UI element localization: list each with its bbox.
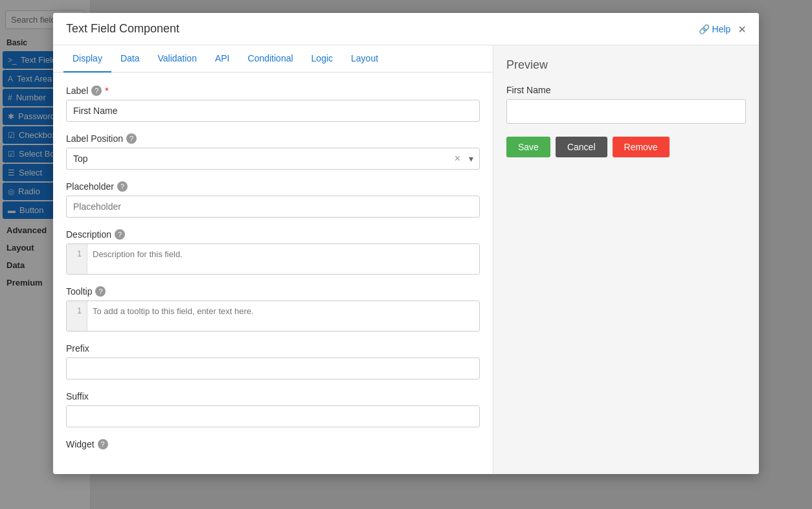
preview-field-label: First Name: [506, 85, 746, 95]
save-button[interactable]: Save: [506, 137, 550, 157]
widget-info-icon[interactable]: ?: [98, 439, 108, 449]
suffix-label: Suffix: [66, 391, 480, 402]
suffix-form-group: Suffix: [66, 391, 480, 427]
select-arrow-icon[interactable]: ▾: [469, 153, 473, 164]
tab-layout[interactable]: Layout: [342, 45, 387, 73]
label-position-form-group: Label Position ? × ▾: [66, 133, 480, 170]
close-button[interactable]: ×: [738, 23, 746, 36]
label-position-info-icon[interactable]: ?: [126, 133, 137, 144]
tooltip-textarea-wrapper: 1: [66, 300, 480, 332]
prefix-label: Prefix: [66, 343, 480, 354]
help-link[interactable]: 🔗 Help: [699, 24, 731, 34]
widget-form-group: Widget ?: [66, 439, 480, 449]
tab-validation[interactable]: Validation: [148, 45, 205, 73]
label-position-select-wrapper: × ▾: [66, 148, 480, 170]
help-icon: 🔗: [699, 24, 710, 34]
tab-display[interactable]: Display: [63, 45, 111, 73]
description-textarea[interactable]: [87, 244, 479, 274]
modal-overlay: Text Field Component 🔗 Help × Display Da…: [0, 0, 812, 509]
preview-field-input: [506, 99, 746, 124]
right-panel: Preview First Name Save Cancel Remove: [493, 45, 759, 474]
label-field-label: Label ? *: [66, 85, 480, 96]
label-position-input[interactable]: [66, 148, 480, 170]
tab-bar: Display Data Validation API Conditional …: [53, 45, 493, 73]
tab-logic[interactable]: Logic: [302, 45, 342, 73]
modal-header-actions: 🔗 Help ×: [699, 23, 746, 36]
suffix-input[interactable]: [66, 405, 480, 427]
label-position-text: Label Position: [66, 133, 123, 144]
label-form-group: Label ? *: [66, 85, 480, 122]
modal-header: Text Field Component 🔗 Help ×: [53, 13, 759, 45]
widget-label: Widget ?: [66, 439, 480, 449]
description-line-num: 1: [67, 244, 87, 274]
placeholder-form-group: Placeholder ?: [66, 181, 480, 218]
tooltip-text: Tooltip: [66, 286, 92, 297]
preview-title: Preview: [506, 58, 746, 72]
description-info-icon[interactable]: ?: [115, 229, 125, 240]
placeholder-text: Placeholder: [66, 181, 114, 192]
placeholder-info-icon[interactable]: ?: [117, 181, 128, 192]
left-panel: Display Data Validation API Conditional …: [53, 45, 493, 474]
placeholder-label: Placeholder ?: [66, 181, 480, 192]
form-content: Label ? * Label Position ?: [53, 73, 493, 474]
label-info-icon[interactable]: ?: [91, 85, 102, 96]
modal-title: Text Field Component: [66, 22, 179, 36]
description-textarea-wrapper: 1: [66, 243, 480, 275]
prefix-form-group: Prefix: [66, 343, 480, 379]
select-clear-icon[interactable]: ×: [455, 153, 460, 164]
tooltip-info-icon[interactable]: ?: [95, 286, 106, 297]
tooltip-textarea[interactable]: [87, 301, 479, 331]
prefix-input[interactable]: [66, 357, 480, 379]
tab-data[interactable]: Data: [111, 45, 149, 73]
description-form-group: Description ? 1: [66, 229, 480, 275]
prefix-text: Prefix: [66, 343, 89, 354]
modal-body: Display Data Validation API Conditional …: [53, 45, 759, 474]
description-label: Description ?: [66, 229, 480, 240]
tooltip-label: Tooltip ?: [66, 286, 480, 297]
description-text: Description: [66, 229, 111, 240]
tooltip-form-group: Tooltip ? 1: [66, 286, 480, 332]
remove-button[interactable]: Remove: [613, 137, 670, 157]
required-star: *: [105, 85, 108, 96]
tooltip-line-num: 1: [67, 301, 87, 331]
cancel-button[interactable]: Cancel: [556, 137, 607, 157]
modal-dialog: Text Field Component 🔗 Help × Display Da…: [53, 13, 759, 474]
placeholder-input[interactable]: [66, 196, 480, 218]
label-text: Label: [66, 85, 88, 96]
preview-field-wrapper: First Name: [506, 85, 746, 124]
help-label: Help: [712, 24, 731, 34]
suffix-text: Suffix: [66, 391, 89, 402]
label-input[interactable]: [66, 100, 480, 122]
widget-text: Widget: [66, 439, 95, 449]
tab-api[interactable]: API: [206, 45, 239, 73]
tab-conditional[interactable]: Conditional: [239, 45, 302, 73]
label-position-label: Label Position ?: [66, 133, 480, 144]
preview-actions: Save Cancel Remove: [506, 137, 746, 157]
